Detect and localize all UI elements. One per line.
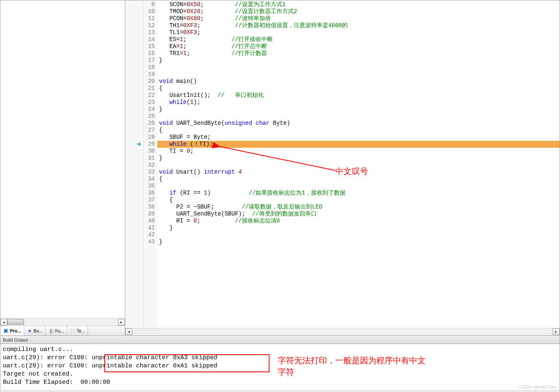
line-number: 15 xyxy=(143,43,155,50)
line-number: 31 xyxy=(143,155,155,162)
code-line[interactable]: ES=1; //打开接收中断 xyxy=(159,36,560,43)
line-number: 25 xyxy=(143,113,155,120)
line-number: 24 xyxy=(143,106,155,113)
code-line[interactable] xyxy=(159,183,560,190)
code-line[interactable]: P2 = ~SBUF; //读取数据，取反后输出到LED xyxy=(159,204,560,211)
code-line[interactable]: TI = 0; xyxy=(159,148,560,155)
line-number: 29 xyxy=(143,141,155,148)
code-line[interactable] xyxy=(159,162,560,169)
code-line[interactable]: PCON=0X80; //波特率加倍 xyxy=(159,15,560,22)
code-line[interactable]: while (！TI); xyxy=(159,141,560,148)
line-number: 41 xyxy=(143,225,155,232)
code-line[interactable] xyxy=(159,64,560,71)
scroll-thumb[interactable] xyxy=(7,319,24,325)
marker-gutter xyxy=(125,0,143,328)
scroll-right-btn[interactable]: ► xyxy=(118,319,125,326)
code-line[interactable]: while(1); xyxy=(159,99,560,106)
build-output-line: Target not created. xyxy=(3,370,557,378)
code-line[interactable]: } xyxy=(159,238,560,245)
code-line[interactable]: } xyxy=(159,57,560,64)
build-output-header: Build Output xyxy=(0,336,560,344)
code-line[interactable] xyxy=(159,232,560,238)
line-number: 20 xyxy=(143,78,155,85)
line-number: 30 xyxy=(143,148,155,155)
code-line[interactable]: TMOD=0X20; //设置计数器工作方式2 xyxy=(159,8,560,15)
code-line[interactable]: TH1=0XF3; //计数器初始值设置，注意波特率是4800的 xyxy=(159,22,560,29)
line-number: 18 xyxy=(143,64,155,71)
line-number: 32 xyxy=(143,162,155,169)
code-line[interactable]: SBUF = Byte; xyxy=(159,134,560,141)
editor-scroll-track[interactable] xyxy=(132,328,553,335)
build-output-panel[interactable]: compiling uart.c...uart.c(29): error C10… xyxy=(0,344,560,391)
line-number: 37 xyxy=(143,197,155,204)
project-panel: ◄ ► ▣Pro...◈Bo...{}Fu...⬚Te... xyxy=(0,0,125,335)
code-line[interactable]: UsartInit(); // 串口初始化 xyxy=(159,92,560,99)
tab-label: Pro... xyxy=(10,328,21,333)
line-number: 17 xyxy=(143,57,155,64)
tab-label: Te... xyxy=(76,328,85,333)
line-number-gutter: 9101112131415161718192021222324252627282… xyxy=(143,0,157,328)
line-number: 27 xyxy=(143,127,155,134)
code-line[interactable]: UART_SendByte(SBUF); //将受到的数据发回串口 xyxy=(159,211,560,218)
build-output-line: uart.c(29): error C100: unprintable char… xyxy=(3,362,557,370)
line-number: 22 xyxy=(143,92,155,99)
editor-scroll-left-btn[interactable]: ◄ xyxy=(125,328,132,335)
editor-h-scrollbar[interactable]: ◄ ► xyxy=(125,328,560,335)
current-line-marker-icon xyxy=(136,141,142,147)
line-number: 9 xyxy=(143,1,155,8)
code-line[interactable]: EA=1; //打开总中断 xyxy=(159,43,560,50)
watermark: CSDN @MAR-Sky xyxy=(519,385,557,390)
code-area[interactable]: 9101112131415161718192021222324252627282… xyxy=(125,0,560,328)
scroll-track[interactable] xyxy=(7,319,118,326)
functions-icon: {} xyxy=(48,328,54,334)
project-tree[interactable] xyxy=(0,0,125,318)
line-number: 42 xyxy=(143,232,155,238)
templates-icon: ⬚ xyxy=(69,328,75,334)
project-icon: ▣ xyxy=(3,328,9,334)
code-line[interactable]: { xyxy=(159,176,560,183)
books-icon: ◈ xyxy=(27,328,32,334)
code-line[interactable]: void UART_SendByte(unsigned char Byte) xyxy=(159,120,560,127)
code-line[interactable]: SCON=0X50; //设置为工作方式1 xyxy=(159,1,560,8)
line-number: 14 xyxy=(143,36,155,43)
code-line[interactable]: TR1=1; //打开计数器 xyxy=(159,50,560,57)
code-line[interactable]: } xyxy=(159,225,560,232)
tab-label: Fu... xyxy=(55,328,64,333)
left-tab-templates[interactable]: ⬚Te... xyxy=(67,326,88,335)
build-output-line: uart.c(29): error C100: unprintable char… xyxy=(3,354,557,362)
line-number: 26 xyxy=(143,120,155,127)
line-number: 40 xyxy=(143,218,155,225)
line-number: 33 xyxy=(143,169,155,176)
line-number: 35 xyxy=(143,183,155,190)
line-number: 12 xyxy=(143,22,155,29)
code-content[interactable]: SCON=0X50; //设置为工作方式1 TMOD=0X20; //设置计数器… xyxy=(157,0,560,328)
code-line[interactable]: } xyxy=(159,106,560,113)
code-line[interactable] xyxy=(159,71,560,78)
code-line[interactable]: void main() xyxy=(159,78,560,85)
code-line[interactable]: RI = 0; //接收标志位清0 xyxy=(159,218,560,225)
code-line[interactable]: if (RI == 1) //如果接收标志位为1，接收到了数据 xyxy=(159,190,560,197)
line-number: 16 xyxy=(143,50,155,57)
line-number: 39 xyxy=(143,211,155,218)
code-line[interactable]: { xyxy=(159,85,560,92)
line-number: 28 xyxy=(143,134,155,141)
code-line[interactable]: void Usart() interrupt 4 xyxy=(159,169,560,176)
line-number: 43 xyxy=(143,238,155,245)
editor-scroll-right-btn[interactable]: ► xyxy=(553,328,560,335)
code-line[interactable]: { xyxy=(159,127,560,134)
left-tab-books[interactable]: ◈Bo... xyxy=(24,326,46,335)
code-line[interactable]: } xyxy=(159,155,560,162)
left-tab-functions[interactable]: {}Fu... xyxy=(46,326,67,335)
left-tab-bar: ▣Pro...◈Bo...{}Fu...⬚Te... xyxy=(0,326,125,335)
line-number: 13 xyxy=(143,29,155,36)
scroll-left-btn[interactable]: ◄ xyxy=(0,319,7,326)
line-number: 34 xyxy=(143,176,155,183)
code-line[interactable]: { xyxy=(159,197,560,204)
code-line[interactable]: TL1=0XF3; xyxy=(159,29,560,36)
tab-label: Bo... xyxy=(34,328,43,333)
build-output-line: compiling uart.c... xyxy=(3,346,557,354)
code-line[interactable] xyxy=(159,113,560,120)
left-tab-project[interactable]: ▣Pro... xyxy=(0,326,24,335)
editor-panel: 9101112131415161718192021222324252627282… xyxy=(125,0,560,335)
left-h-scrollbar[interactable]: ◄ ► xyxy=(0,318,125,326)
